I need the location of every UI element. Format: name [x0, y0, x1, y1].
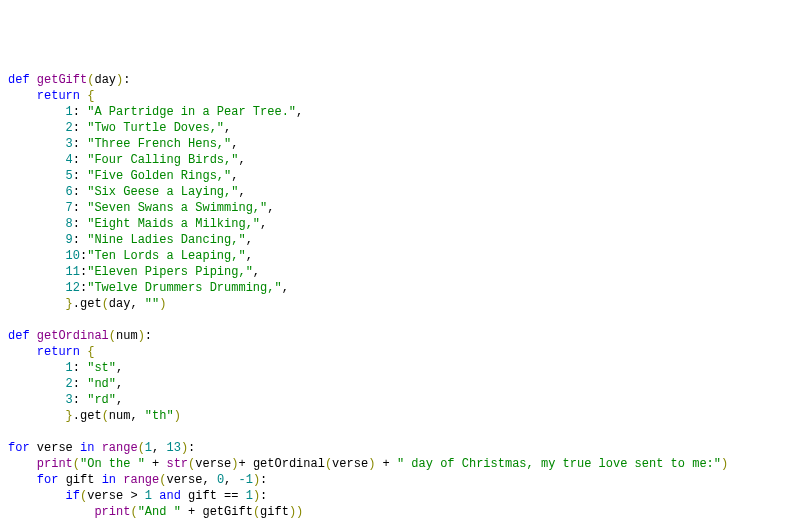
line: 5: "Five Golden Rings,",	[8, 169, 238, 183]
num-11: 11	[66, 265, 80, 279]
id-verse: verse	[37, 441, 73, 455]
str-th: "th"	[145, 409, 174, 423]
line: 2: "Two Turtle Doves,",	[8, 121, 231, 135]
str-gift-8: "Eight Maids a Milking,"	[87, 217, 260, 231]
kw-return: return	[37, 89, 80, 103]
line: 3: "Three French Hens,",	[8, 137, 238, 151]
str-st: "st"	[87, 361, 116, 375]
blank-line	[8, 313, 15, 327]
kw-if: if	[66, 489, 80, 503]
code-block: def getGift(day): return { 1: "A Partrid…	[8, 72, 801, 519]
line: 6: "Six Geese a Laying,",	[8, 185, 246, 199]
id-gift: gift	[66, 473, 95, 487]
fn-getOrdinal: getOrdinal	[37, 329, 109, 343]
str-rd: "rd"	[87, 393, 116, 407]
num-12: 12	[66, 281, 80, 295]
str-nd: "nd"	[87, 377, 116, 391]
fn-range: range	[102, 441, 138, 455]
str-gift-10: "Ten Lords a Leaping,"	[87, 249, 245, 263]
str-gift-1: "A Partridge in a Pear Tree."	[87, 105, 296, 119]
line: 1: "st",	[8, 361, 123, 375]
kw-and: and	[159, 489, 181, 503]
num-2: 2	[66, 121, 73, 135]
line: 10:"Ten Lords a Leaping,",	[8, 249, 253, 263]
line: 2: "nd",	[8, 377, 123, 391]
line: 9: "Nine Ladies Dancing,",	[8, 233, 253, 247]
num-4: 4	[66, 153, 73, 167]
str-empty: ""	[145, 297, 159, 311]
num-10: 10	[66, 249, 80, 263]
num-1: 1	[66, 105, 73, 119]
kw-in: in	[80, 441, 94, 455]
line: 4: "Four Calling Birds,",	[8, 153, 246, 167]
param-num: num	[116, 329, 138, 343]
str-gift-7: "Seven Swans a Swimming,"	[87, 201, 267, 215]
line: return {	[8, 345, 94, 359]
str-gift-9: "Nine Ladies Dancing,"	[87, 233, 245, 247]
str-gift-4: "Four Calling Birds,"	[87, 153, 238, 167]
line: 11:"Eleven Pipers Piping,",	[8, 265, 260, 279]
str-gift-6: "Six Geese a Laying,"	[87, 185, 238, 199]
line: for verse in range(1, 13):	[8, 441, 195, 455]
fn-getGift: getGift	[37, 73, 87, 87]
line: return {	[8, 89, 94, 103]
num-9: 9	[66, 233, 73, 247]
param-day: day	[94, 73, 116, 87]
num-7: 7	[66, 201, 73, 215]
line: 12:"Twelve Drummers Drumming,",	[8, 281, 289, 295]
num-3: 3	[66, 137, 73, 151]
fn-print: print	[37, 457, 73, 471]
brace-open: {	[87, 89, 94, 103]
str-and: "And "	[138, 505, 188, 519]
str-gift-12: "Twelve Drummers Drumming,"	[87, 281, 281, 295]
str-on-the: "On the "	[80, 457, 145, 471]
num-8: 8	[66, 217, 73, 231]
num-5: 5	[66, 169, 73, 183]
line: def getOrdinal(num):	[8, 329, 152, 343]
kw-for: for	[8, 441, 30, 455]
kw-def: def	[8, 73, 30, 87]
line: 3: "rd",	[8, 393, 123, 407]
line: 7: "Seven Swans a Swimming,",	[8, 201, 274, 215]
line: }.get(day, "")	[8, 297, 166, 311]
line: 1: "A Partridge in a Pear Tree.",	[8, 105, 303, 119]
blank-line	[8, 425, 15, 439]
line: for gift in range(verse, 0, -1):	[8, 473, 267, 487]
str-day-of: " day of Christmas, my true love sent to…	[397, 457, 721, 471]
line: def getGift(day):	[8, 73, 130, 87]
line: }.get(num, "th")	[8, 409, 181, 423]
fn-str: str	[166, 457, 188, 471]
line: if(verse > 1 and gift == 1):	[8, 489, 267, 503]
num-6: 6	[66, 185, 73, 199]
line: print("On the " + str(verse)+ getOrdinal…	[8, 457, 728, 471]
str-gift-5: "Five Golden Rings,"	[87, 169, 231, 183]
str-gift-2: "Two Turtle Doves,"	[87, 121, 224, 135]
line: 8: "Eight Maids a Milking,",	[8, 217, 267, 231]
str-gift-11: "Eleven Pipers Piping,"	[87, 265, 253, 279]
brace-close: }	[66, 297, 73, 311]
line: print("And " + getGift(gift))	[8, 505, 303, 519]
str-gift-3: "Three French Hens,"	[87, 137, 231, 151]
